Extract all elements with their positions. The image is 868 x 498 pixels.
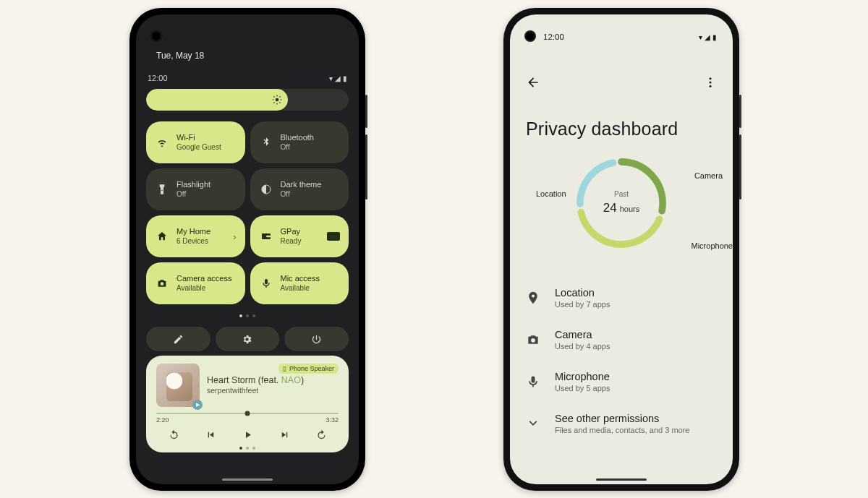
- camera-hole: [152, 32, 161, 40]
- perm-subtitle: Used by 5 apps: [555, 384, 610, 392]
- settings-button[interactable]: [216, 327, 280, 351]
- svg-line-5: [273, 96, 274, 97]
- date-label: Tue, May 18: [156, 51, 204, 61]
- forward-button[interactable]: [314, 428, 328, 442]
- qs-tile-wallet[interactable]: GPayReady: [250, 215, 349, 257]
- tile-subtitle: Off: [176, 190, 210, 199]
- rewind-button[interactable]: [166, 428, 181, 442]
- perm-item-mic[interactable]: MicrophoneUsed by 5 apps: [526, 361, 717, 403]
- svg-point-10: [710, 77, 712, 80]
- brightness-icon: [272, 95, 282, 105]
- source-app-icon: ▶: [192, 400, 203, 410]
- svg-point-11: [710, 82, 712, 84]
- tile-subtitle: Available: [176, 284, 231, 293]
- camera-icon: [526, 332, 540, 347]
- media-pager: [146, 447, 349, 450]
- flashlight-icon: [156, 184, 168, 195]
- seek-slider[interactable]: [156, 413, 339, 414]
- status-icons: ▾◢▮: [327, 74, 347, 82]
- svg-point-0: [276, 98, 279, 102]
- qs-tile-mic[interactable]: Mic accessAvailable: [250, 262, 349, 304]
- rewind-icon: [169, 429, 179, 440]
- perm-subtitle: Files and media, contacts, and 3 more: [555, 426, 689, 434]
- qs-tile-wifi[interactable]: Wi-FiGoogle Guest: [146, 121, 245, 163]
- camera-hole: [526, 32, 535, 40]
- mic-icon: [526, 374, 540, 389]
- battery-status-icon: ▮: [712, 33, 717, 41]
- skip-previous-icon: [205, 429, 216, 440]
- location-icon: [526, 291, 540, 305]
- brightness-slider[interactable]: [146, 89, 349, 111]
- perm-subtitle: Used by 7 apps: [555, 300, 610, 309]
- perm-item-location[interactable]: LocationUsed by 7 apps: [526, 277, 717, 319]
- play-icon: [242, 429, 253, 440]
- perm-title: Microphone: [555, 371, 610, 382]
- home-icon: [156, 231, 168, 242]
- donut-label-location: Location: [536, 189, 566, 198]
- back-button[interactable]: [526, 75, 540, 93]
- qs-tile-camera[interactable]: Camera accessAvailable: [146, 262, 245, 304]
- perm-title: Location: [555, 287, 610, 299]
- expand-icon: [526, 416, 540, 431]
- gear-icon: [242, 334, 252, 345]
- tile-title: My Home: [176, 227, 210, 237]
- tile-title: Dark theme: [281, 180, 322, 190]
- chevron-right-icon: ›: [233, 231, 236, 242]
- tile-subtitle: Off: [281, 143, 314, 153]
- perm-item-expand[interactable]: See other permissionsFiles and media, co…: [526, 403, 717, 445]
- clock-label: 12:00: [148, 74, 168, 82]
- tile-title: Bluetooth: [281, 133, 314, 143]
- wallet-icon: [260, 231, 272, 242]
- status-icons: ▾◢▮: [697, 33, 717, 41]
- perm-item-camera[interactable]: CameraUsed by 4 apps: [526, 319, 717, 361]
- perm-title: See other permissions: [555, 413, 689, 424]
- overflow-menu-button[interactable]: [704, 76, 717, 92]
- tile-title: Camera access: [176, 274, 231, 284]
- home-indicator[interactable]: [222, 478, 273, 481]
- qs-tile-home[interactable]: My Home6 Devices›: [146, 215, 245, 257]
- tile-subtitle: Ready: [281, 237, 302, 246]
- perm-subtitle: Used by 4 apps: [555, 342, 610, 351]
- donut-label-mic: Microphone: [692, 241, 733, 250]
- qs-tile-bluetooth[interactable]: BluetoothOff: [250, 121, 349, 163]
- usage-donut-chart: Past 24hours Location Camera Microphone: [510, 154, 733, 255]
- pencil-icon: [173, 334, 184, 345]
- duration-label: 3:32: [326, 416, 339, 424]
- phone-quicksettings: Tue, May 18 12:00 ▾◢▮ Wi-FiGoogle GuestB…: [129, 8, 365, 491]
- edit-tiles-button[interactable]: [146, 327, 210, 351]
- next-button[interactable]: [277, 428, 292, 442]
- tile-title: Wi-Fi: [176, 133, 221, 143]
- tile-title: Mic access: [281, 274, 320, 284]
- status-bar: 12:00 ▾◢▮: [146, 72, 349, 85]
- wifi-status-icon: ▾: [699, 33, 702, 41]
- bluetooth-icon: [260, 137, 272, 148]
- play-button[interactable]: [240, 428, 255, 442]
- qs-tile-darktheme[interactable]: Dark themeOff: [250, 168, 349, 210]
- album-art: [156, 364, 200, 407]
- svg-line-7: [273, 103, 274, 103]
- battery-status-icon: ▮: [343, 74, 347, 82]
- wifi-status-icon: ▾: [329, 74, 333, 82]
- svg-line-6: [280, 103, 281, 103]
- tile-subtitle: Google Guest: [176, 143, 221, 153]
- arrow-back-icon: [526, 75, 540, 90]
- tile-subtitle: 6 Devices: [176, 237, 210, 246]
- tile-subtitle: Off: [281, 190, 322, 199]
- power-button[interactable]: [284, 327, 349, 351]
- forward-icon: [316, 429, 327, 440]
- previous-button[interactable]: [203, 428, 218, 442]
- qs-pager: [136, 314, 359, 317]
- phone-privacy-dashboard: 12:00 ▾◢▮ Privacy dashboard Past 24hours: [503, 8, 739, 491]
- page-title: Privacy dashboard: [526, 119, 678, 139]
- card-icon: [327, 232, 340, 241]
- status-bar: 12:00 ▾◢▮: [510, 30, 733, 44]
- wifi-icon: [156, 137, 168, 148]
- track-title: Heart Storm (feat. NAO): [207, 375, 304, 385]
- signal-status-icon: ◢: [705, 33, 710, 41]
- qs-tile-flashlight[interactable]: FlashlightOff: [146, 168, 245, 210]
- darktheme-icon: [260, 184, 272, 195]
- home-indicator[interactable]: [596, 478, 647, 481]
- media-player-card: ▯ Phone Speaker ▶ Heart Storm (feat. NAO…: [146, 356, 349, 452]
- svg-point-12: [710, 85, 712, 87]
- tile-subtitle: Available: [281, 284, 320, 293]
